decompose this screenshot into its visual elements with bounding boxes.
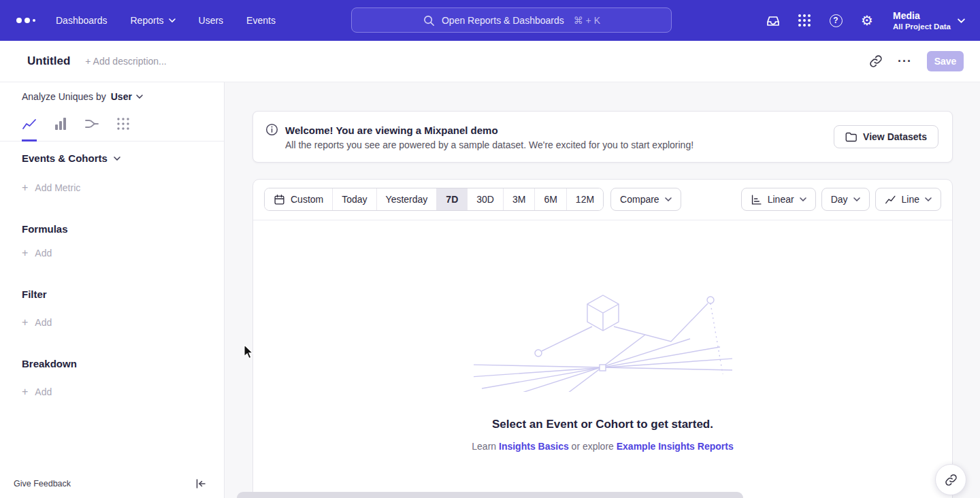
wireframe-illustration — [474, 288, 732, 392]
insights-report-card: Custom Today Yesterday 7D 30D 3M 6M 12M … — [252, 179, 953, 498]
project-switcher[interactable]: Media All Project Data — [893, 10, 965, 31]
chevron-down-icon — [853, 197, 860, 201]
folder-icon — [845, 132, 857, 142]
link-icon — [945, 474, 958, 486]
collapse-sidebar-icon[interactable] — [195, 479, 206, 488]
tab-line-chart[interactable] — [22, 116, 37, 142]
add-formula-button[interactable]: + Add — [22, 248, 52, 259]
main-content: Welcome! You are viewing a Mixpanel demo… — [225, 82, 980, 498]
settings-gear-icon[interactable]: ⚙ — [859, 12, 875, 29]
empty-state-links: Learn Insights Basics or explore Example… — [253, 441, 952, 452]
add-metric-label: Add Metric — [35, 182, 80, 193]
mixpanel-app: Dashboards Reports Users Events Open Rep… — [0, 0, 980, 498]
add-formula-label: Add — [35, 248, 52, 259]
mixpanel-logo-icon[interactable] — [16, 18, 35, 23]
add-filter-button[interactable]: + Add — [22, 317, 52, 328]
line-chart-icon — [885, 194, 896, 205]
nav-users[interactable]: Users — [199, 15, 224, 26]
middle-text: or explore — [572, 441, 614, 452]
tab-bar-chart[interactable] — [53, 116, 68, 141]
project-name: Media — [893, 10, 951, 22]
top-navbar: Dashboards Reports Users Events Open Rep… — [0, 0, 980, 41]
chevron-down-icon — [925, 197, 932, 201]
chart-controls: Linear Day Line — [741, 188, 941, 211]
copy-link-icon[interactable] — [869, 54, 883, 68]
report-title[interactable]: Untitled — [27, 54, 70, 68]
search-icon — [423, 14, 435, 27]
dots-grid-icon — [116, 116, 131, 131]
scale-label: Linear — [768, 194, 794, 205]
primary-nav: Dashboards Reports Users Events — [56, 15, 276, 26]
date-range-custom-label: Custom — [291, 194, 323, 205]
tab-flows-chart[interactable] — [84, 116, 99, 141]
welcome-subtitle: All the reports you see are powered by a… — [285, 139, 693, 150]
date-range-6m[interactable]: 6M — [535, 188, 566, 210]
global-search[interactable]: Open Reports & Dashboards ⌘ + K — [351, 7, 672, 33]
date-range-yesterday[interactable]: Yesterday — [377, 188, 438, 210]
date-range-7d[interactable]: 7D — [437, 188, 468, 210]
apps-grid-icon[interactable] — [796, 12, 813, 29]
events-cohorts-label: Events & Cohorts — [22, 152, 108, 164]
filter-heading: Filter — [22, 288, 47, 300]
granularity-label: Day — [831, 194, 848, 205]
give-feedback-link[interactable]: Give Feedback — [14, 479, 71, 488]
nav-events[interactable]: Events — [246, 15, 276, 26]
analyze-value-dropdown[interactable]: User — [111, 91, 143, 102]
help-icon[interactable]: ? — [828, 12, 844, 29]
example-reports-link[interactable]: Example Insights Reports — [617, 441, 734, 452]
analyze-label: Analyze Uniques by — [22, 91, 106, 102]
plus-icon: + — [22, 317, 28, 328]
navbar-right: ? ⚙ Media All Project Data — [765, 0, 965, 41]
nav-dashboards[interactable]: Dashboards — [56, 15, 108, 26]
nav-dashboards-label: Dashboards — [56, 15, 108, 26]
nav-events-label: Events — [246, 15, 276, 26]
share-link-fab[interactable] — [935, 464, 966, 495]
date-range-custom[interactable]: Custom — [265, 188, 333, 210]
chart-type-dropdown[interactable]: Line — [875, 188, 941, 211]
chevron-down-icon — [136, 95, 143, 99]
bottom-drawer-handle[interactable] — [237, 492, 743, 498]
sidebar-footer: Give Feedback — [0, 474, 224, 498]
report-header: Untitled + Add description... ··· Save — [0, 41, 980, 82]
view-datasets-button[interactable]: View Datasets — [834, 125, 938, 148]
view-datasets-label: View Datasets — [863, 131, 927, 142]
date-range-3m[interactable]: 3M — [504, 188, 535, 210]
empty-state-title: Select an Event or Cohort to get started… — [253, 418, 952, 431]
add-breakdown-label: Add — [35, 386, 52, 397]
empty-state: Select an Event or Cohort to get started… — [253, 220, 952, 452]
date-range-segmented-control: Custom Today Yesterday 7D 30D 3M 6M 12M — [264, 188, 604, 211]
plus-icon: + — [22, 182, 28, 193]
welcome-banner: Welcome! You are viewing a Mixpanel demo… — [252, 111, 953, 163]
sankey-flow-icon — [84, 116, 99, 131]
save-button[interactable]: Save — [927, 51, 964, 71]
scale-dropdown[interactable]: Linear — [741, 188, 816, 211]
welcome-banner-text: Welcome! You are viewing a Mixpanel demo… — [285, 123, 693, 150]
report-toolbar: Custom Today Yesterday 7D 30D 3M 6M 12M … — [253, 180, 952, 220]
add-metric-button[interactable]: + Add Metric — [22, 182, 80, 193]
add-filter-label: Add — [35, 317, 52, 328]
search-placeholder: Open Reports & Dashboards — [442, 15, 564, 26]
bar-chart-icon — [53, 116, 68, 131]
date-range-12m[interactable]: 12M — [567, 188, 603, 210]
granularity-dropdown[interactable]: Day — [821, 188, 870, 211]
nav-users-label: Users — [199, 15, 224, 26]
tab-more-charts[interactable] — [116, 116, 131, 141]
chevron-down-icon — [800, 197, 806, 201]
help-glyph: ? — [830, 14, 843, 27]
nav-reports[interactable]: Reports — [131, 15, 176, 26]
analyze-uniques-row: Analyze Uniques by User — [22, 91, 143, 102]
chevron-down-icon — [958, 18, 965, 23]
plus-icon: + — [22, 248, 28, 259]
ellipsis-glyph: ··· — [898, 54, 912, 69]
linear-scale-icon — [751, 194, 762, 205]
insights-basics-link[interactable]: Insights Basics — [499, 441, 569, 452]
compare-dropdown[interactable]: Compare — [610, 188, 681, 211]
add-breakdown-button[interactable]: + Add — [22, 386, 52, 397]
events-cohorts-section-header[interactable]: Events & Cohorts — [22, 152, 120, 164]
learn-prefix: Learn — [472, 441, 496, 452]
date-range-30d[interactable]: 30D — [468, 188, 504, 210]
date-range-today[interactable]: Today — [333, 188, 376, 210]
inbox-icon[interactable] — [765, 12, 781, 29]
more-options-icon[interactable]: ··· — [898, 54, 912, 69]
report-description-placeholder[interactable]: + Add description... — [85, 56, 166, 67]
